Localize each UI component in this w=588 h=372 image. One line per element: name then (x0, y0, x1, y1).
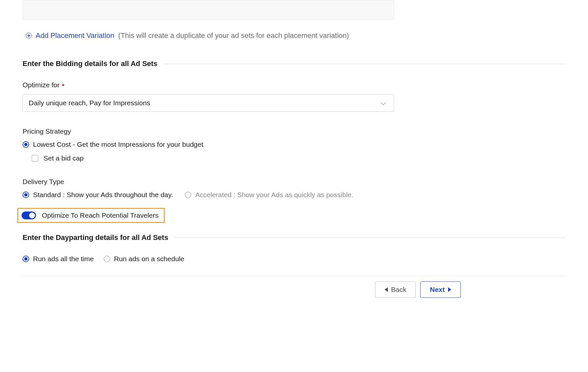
back-button-label: Back (391, 286, 406, 294)
dayparting-section-title: Enter the Dayparting details for all Ad … (23, 233, 168, 242)
pricing-lowest-cost-radio[interactable]: Lowest Cost - Get the most Impressions f… (23, 141, 394, 148)
radio-selected-icon (23, 141, 29, 148)
radio-selected-icon (23, 192, 29, 198)
bid-cap-label: Set a bid cap (43, 154, 84, 162)
dayparting-all-time-radio[interactable]: Run ads all the time (23, 255, 94, 263)
radio-unselected-icon (104, 256, 110, 262)
dayparting-schedule-label: Run ads on a schedule (114, 255, 184, 263)
optimize-travelers-label: Optimize To Reach Potential Travelers (42, 211, 159, 219)
checkbox-unchecked-icon (32, 155, 38, 161)
next-button-label: Next (430, 286, 445, 294)
footer-actions: Back Next (23, 276, 565, 298)
delivery-type-label: Delivery Type (23, 178, 394, 186)
delivery-standard-label: Standard : Show your Ads throughout the … (33, 191, 173, 199)
bid-cap-checkbox-row[interactable]: Set a bid cap (32, 154, 394, 162)
optimize-for-selected-value: Daily unique reach, Pay for Impressions (29, 99, 150, 107)
add-placement-variation-link[interactable]: Add Placement Variation (36, 31, 114, 40)
delivery-accelerated-label: Accelerated : Show your Ads as quickly a… (195, 191, 353, 199)
back-button[interactable]: Back (375, 281, 416, 298)
add-placement-variation-row: Add Placement Variation (This will creat… (23, 31, 394, 40)
next-button[interactable]: Next (420, 281, 461, 298)
triangle-right-icon (448, 287, 451, 292)
optimize-travelers-highlight: Optimize To Reach Potential Travelers (17, 208, 165, 223)
radio-selected-icon (23, 256, 29, 262)
chevron-down-icon (381, 100, 386, 105)
triangle-left-icon (385, 287, 388, 292)
optimize-for-label: Optimize for (23, 81, 394, 89)
delivery-standard-radio[interactable]: Standard : Show your Ads throughout the … (23, 191, 173, 199)
divider (164, 64, 565, 64)
pricing-strategy-label: Pricing Strategy (23, 127, 394, 135)
divider (175, 238, 565, 238)
pricing-lowest-cost-label: Lowest Cost - Get the most Impressions f… (33, 141, 203, 148)
bidding-section-title: Enter the Bidding details for all Ad Set… (23, 59, 157, 68)
placement-empty-box (23, 0, 394, 20)
radio-unselected-icon (185, 192, 191, 198)
dayparting-schedule-radio[interactable]: Run ads on a schedule (104, 255, 184, 263)
bidding-section-header: Enter the Bidding details for all Ad Set… (23, 59, 565, 68)
dayparting-all-time-label: Run ads all the time (33, 255, 94, 263)
delivery-accelerated-radio[interactable]: Accelerated : Show your Ads as quickly a… (185, 191, 353, 199)
optimize-travelers-toggle[interactable] (22, 211, 36, 219)
dayparting-section-header: Enter the Dayparting details for all Ad … (23, 233, 565, 242)
plus-circle-icon (26, 33, 32, 39)
required-indicator-icon (62, 84, 64, 86)
optimize-for-select[interactable]: Daily unique reach, Pay for Impressions (23, 94, 394, 112)
add-placement-variation-hint: (This will create a duplicate of your ad… (118, 31, 349, 40)
